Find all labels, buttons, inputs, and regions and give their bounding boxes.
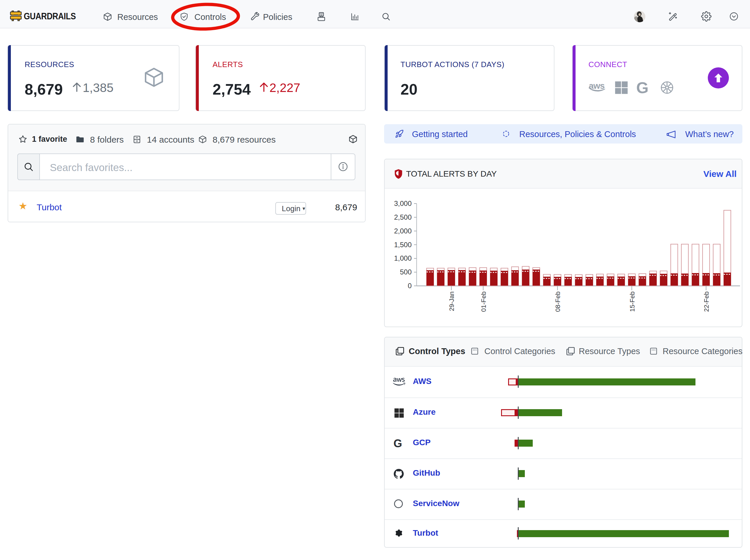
svg-text:1,500: 1,500: [394, 241, 412, 249]
svg-text:15-Feb: 15-Feb: [629, 291, 636, 312]
svg-text:22-Feb: 22-Feb: [703, 291, 710, 312]
svg-text:0: 0: [408, 282, 412, 290]
svg-text:2,000: 2,000: [394, 227, 412, 235]
svg-text:3,000: 3,000: [394, 200, 412, 207]
svg-text:29-Jan: 29-Jan: [448, 291, 455, 311]
svg-text:01-Feb: 01-Feb: [480, 291, 487, 312]
svg-text:08-Feb: 08-Feb: [554, 291, 561, 312]
svg-text:2,500: 2,500: [394, 213, 412, 221]
svg-text:500: 500: [400, 268, 412, 276]
svg-text:1,000: 1,000: [394, 254, 412, 262]
